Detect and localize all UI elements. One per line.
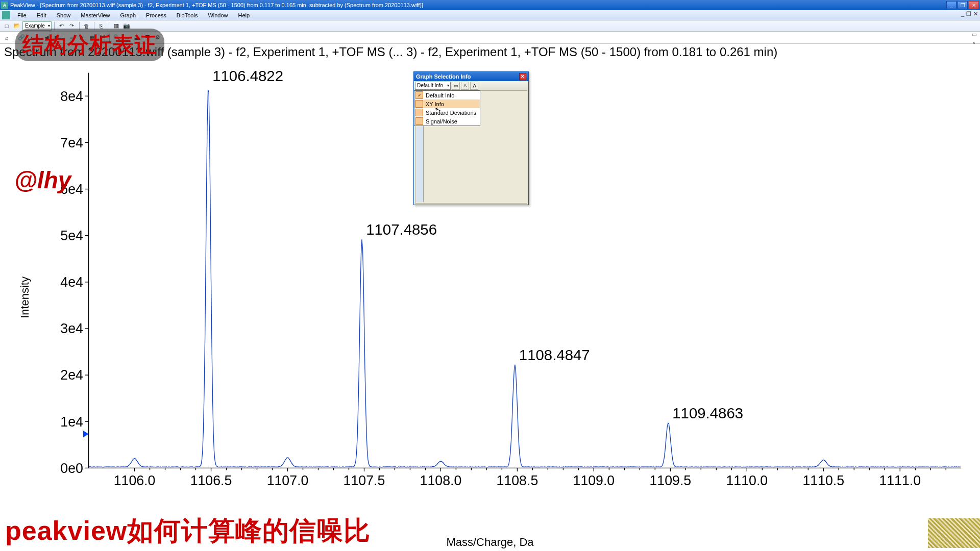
check-icon: ✓ [415, 91, 423, 99]
open-icon[interactable]: 📂 [12, 21, 21, 31]
overlay-pill-text: 结构分析表证 [15, 29, 164, 61]
svg-text:1108.5: 1108.5 [497, 473, 538, 488]
svg-text:2e4: 2e4 [60, 367, 83, 383]
float-btn-2[interactable]: A [461, 82, 469, 90]
svg-text:1109.5: 1109.5 [650, 473, 692, 488]
float-btn-1[interactable]: ▭ [452, 82, 460, 90]
info-type-dropdown: ✓ Default Info XY Info Standard Deviatio… [414, 90, 480, 126]
opt-signal-noise[interactable]: Signal/Noise [414, 117, 480, 126]
svg-text:1106.0: 1106.0 [114, 473, 156, 488]
svg-text:1109.0: 1109.0 [573, 473, 615, 488]
menu-window[interactable]: Window [203, 12, 233, 18]
svg-text:1108.0: 1108.0 [420, 473, 462, 488]
svg-text:4e4: 4e4 [60, 274, 83, 290]
menu-bar: File Edit Show MasterView Graph Process … [0, 10, 980, 20]
menu-show[interactable]: Show [52, 12, 76, 18]
svg-text:1109.4863: 1109.4863 [672, 405, 743, 421]
svg-text:1110.0: 1110.0 [726, 473, 768, 488]
svg-marker-89 [83, 431, 89, 437]
opt-std-dev[interactable]: Standard Deviations [414, 108, 480, 117]
close-button[interactable]: ✕ [969, 1, 979, 9]
new-icon[interactable]: □ [2, 21, 11, 31]
overlay-caption-text: peakview如何计算峰的信噪比 [5, 513, 371, 549]
mdi-close[interactable]: ✕ [973, 11, 978, 17]
float-btn-3[interactable]: ⋀ [470, 82, 478, 90]
mdi-restore[interactable]: ❐ [966, 11, 971, 17]
hatched-overlay [928, 518, 980, 548]
side-zoom-icon[interactable]: ▭ [970, 32, 978, 40]
float-close-button[interactable]: ✕ [519, 73, 526, 80]
svg-text:0e0: 0e0 [60, 461, 83, 476]
title-bar: A PeakView - [Spectrum from 20200113.wif… [0, 0, 980, 10]
svg-text:7e4: 7e4 [60, 135, 83, 151]
float-title-text: Graph Selection Info [416, 73, 471, 80]
svg-text:1108.4847: 1108.4847 [519, 346, 590, 363]
float-toolbar: Default Info ▭ A ⋀ [414, 81, 528, 90]
app-icon-small [2, 11, 10, 19]
window-controls: _ ❐ ✕ [946, 1, 979, 9]
maximize-button[interactable]: ❐ [958, 1, 968, 9]
app-icon: A [1, 2, 8, 9]
menu-help[interactable]: Help [233, 12, 255, 18]
menu-edit[interactable]: Edit [32, 12, 52, 18]
overlay-handle-text: @lhy [14, 166, 71, 194]
menu-process[interactable]: Process [141, 12, 172, 18]
svg-text:8e4: 8e4 [60, 89, 83, 104]
svg-text:1110.5: 1110.5 [802, 473, 844, 488]
svg-text:1106.4822: 1106.4822 [212, 67, 283, 84]
mdi-minimize[interactable]: _ [961, 11, 964, 17]
svg-text:5e4: 5e4 [60, 228, 83, 243]
svg-text:1111.0: 1111.0 [879, 473, 921, 488]
svg-text:1107.5: 1107.5 [344, 473, 385, 488]
menu-file[interactable]: File [12, 12, 32, 18]
float-title-bar[interactable]: Graph Selection Info ✕ [414, 72, 528, 81]
opt-default-info[interactable]: ✓ Default Info [414, 91, 480, 99]
opt-xy-info[interactable]: XY Info [414, 99, 480, 108]
minimize-button[interactable]: _ [946, 1, 957, 9]
info-type-combo[interactable]: Default Info [415, 82, 451, 90]
menu-graph[interactable]: Graph [115, 12, 141, 18]
window-title: PeakView - [Spectrum from 20200113.wiff … [10, 2, 946, 8]
menu-masterview[interactable]: MasterView [76, 12, 115, 18]
svg-text:3e4: 3e4 [60, 321, 83, 336]
svg-text:1107.0: 1107.0 [267, 473, 309, 488]
svg-text:1106.5: 1106.5 [190, 473, 232, 488]
svg-text:1107.4856: 1107.4856 [366, 221, 437, 238]
mdi-controls: _ ❐ ✕ [961, 11, 978, 17]
menu-biotools[interactable]: BioTools [172, 12, 203, 18]
svg-text:1e4: 1e4 [60, 414, 83, 430]
home-icon[interactable]: ⌂ [2, 33, 11, 42]
graph-selection-info-window[interactable]: Graph Selection Info ✕ Default Info ▭ A … [413, 71, 529, 205]
x-axis-label: Mass/Charge, Da [446, 536, 533, 549]
